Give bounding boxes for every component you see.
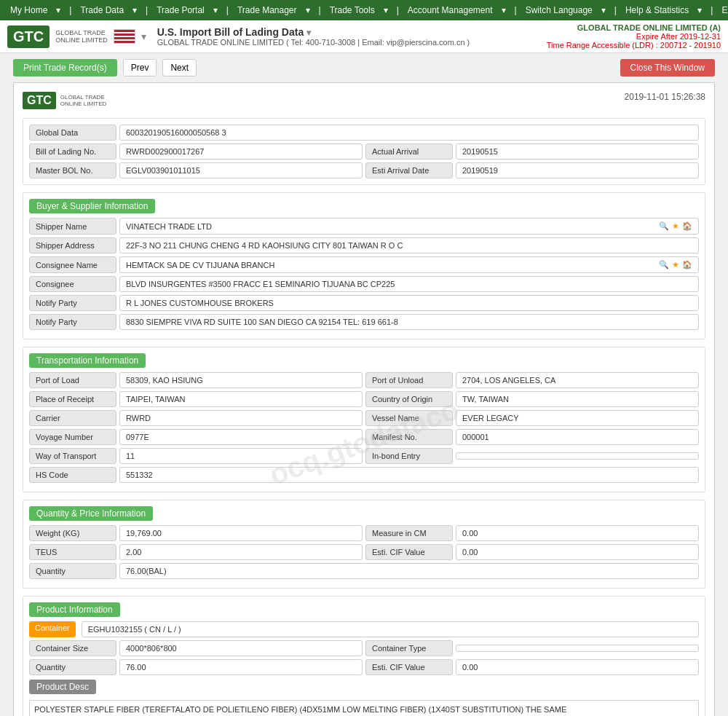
voyage-value: 0977E <box>119 429 363 445</box>
nav-arrow: ▾ <box>128 5 141 15</box>
way-transport-half: Way of Transport 11 <box>29 448 363 464</box>
shipper-home-icon[interactable]: 🏠 <box>682 221 692 231</box>
nav-arrow: ▾ <box>497 5 510 15</box>
doc-logo: GTC GLOBAL TRADEONLINE LIMITED <box>23 92 106 109</box>
shipper-address-value: 22F-3 NO 211 CHUNG CHENG 4 RD KAOHSIUNG … <box>119 237 699 253</box>
carrier-label: Carrier <box>29 410 116 426</box>
logo-subtitle: GLOBAL TRADEONLINE LIMITED <box>55 29 108 44</box>
nav-trade-tools[interactable]: Trade Tools <box>325 5 379 15</box>
notify-party2-row: Notify Party 8830 SIEMPRE VIVA RD SUITE … <box>29 314 699 330</box>
consignee-magnify-icon[interactable]: 🔍 <box>659 260 669 270</box>
prod-qty-half: Quantity 76.00 <box>29 659 363 675</box>
product-desc-label: Product Desc <box>29 680 96 694</box>
container-size-type-row: Container Size 4000*806*800 Container Ty… <box>29 640 699 656</box>
way-transport-value: 11 <box>119 448 363 464</box>
shipper-icons: 🔍 ★ 🏠 <box>659 221 692 231</box>
nav-arrow: ▾ <box>209 5 222 15</box>
country-origin-label: Country of Origin <box>365 391 453 407</box>
manifest-half: Manifest No. 000001 <box>365 429 699 445</box>
doc-logo-sub: GLOBAL TRADEONLINE LIMITED <box>60 94 107 107</box>
container-row: Container EGHU1032155 ( CN / L / ) <box>29 621 699 637</box>
page-title: U.S. Import Bill of Lading Data ▾ <box>157 26 547 38</box>
nav-arrow: ▾ <box>379 5 392 15</box>
shipper-address-row: Shipper Address 22F-3 NO 211 CHUNG CHENG… <box>29 237 699 253</box>
container-type-value <box>456 645 699 652</box>
nav-separator: | <box>610 5 621 15</box>
bol-value: RWRD002900017267 <box>119 143 363 160</box>
nav-switch-lang[interactable]: Switch Language <box>521 5 597 15</box>
carrier-vessel-row: Carrier RWRD Vessel Name EVER LEGACY <box>29 410 699 426</box>
shipper-name-row: Shipper Name VINATECH TRADE LTD 🔍 ★ 🏠 <box>29 218 699 235</box>
nav-account[interactable]: Account Management <box>403 5 497 15</box>
nav-trade-data[interactable]: Trade Data <box>76 5 128 15</box>
esti-arrival-half: Esti Arrival Date 20190519 <box>365 162 699 178</box>
actual-arrival-label: Actual Arrival <box>365 143 453 160</box>
shipper-star-icon[interactable]: ★ <box>672 221 679 231</box>
nav-help[interactable]: Help & Statistics <box>621 5 693 15</box>
consignee-icons: 🔍 ★ 🏠 <box>659 260 692 270</box>
vessel-half: Vessel Name EVER LEGACY <box>365 410 699 426</box>
bol-label: Bill of Lading No. <box>29 143 116 160</box>
container-type-label: Container Type <box>365 640 453 656</box>
manifest-label: Manifest No. <box>365 429 453 445</box>
place-receipt-label: Place of Receipt <box>29 391 116 407</box>
nav-trade-portal[interactable]: Trade Portal <box>152 5 209 15</box>
consignee-home-icon[interactable]: 🏠 <box>682 260 692 270</box>
teus-half: TEUS 2.00 <box>29 544 363 560</box>
notify-party1-value: R L JONES CUSTOMHOUSE BROKERS <box>119 295 699 311</box>
esti-cif-half: Esti. CIF Value 0.00 <box>365 544 699 560</box>
consignee-name-row: Consignee Name HEMTACK SA DE CV TIJUANA … <box>29 256 699 273</box>
weight-label: Weight (KG) <box>29 525 116 541</box>
nav-separator: | <box>392 5 403 15</box>
nav-arrow: ▾ <box>597 5 610 15</box>
flag-dropdown[interactable]: ▾ <box>141 31 146 42</box>
quantity-price-section: Quantity & Price Information Weight (KG)… <box>23 500 705 589</box>
buyer-supplier-section: Buyer & Supplier Information Shipper Nam… <box>23 192 705 339</box>
measure-half: Measure in CM 0.00 <box>365 525 699 541</box>
nav-separator: | <box>706 5 717 15</box>
port-load-label: Port of Load <box>29 372 116 388</box>
hs-code-row: HS Code 551332 <box>29 467 699 483</box>
shipper-magnify-icon[interactable]: 🔍 <box>659 221 669 231</box>
next-top-button[interactable]: Next <box>162 59 197 76</box>
way-transport-label: Way of Transport <box>29 448 116 464</box>
container-size-label: Container Size <box>29 640 116 656</box>
doc-logo-box: GTC <box>23 92 56 109</box>
nav-arrow: ▾ <box>52 5 65 15</box>
teus-value: 2.00 <box>119 544 363 560</box>
shipper-name-label: Shipper Name <box>29 218 116 235</box>
header-company: GLOBAL TRADE ONLINE LIMITED (A) <box>547 23 721 32</box>
header-middle: U.S. Import Bill of Lading Data ▾ GLOBAL… <box>146 26 547 47</box>
title-dropdown-icon[interactable]: ▾ <box>306 28 311 38</box>
master-bol-half: Master BOL No. EGLV003901011015 <box>29 162 363 178</box>
teus-cif-row: TEUS 2.00 Esti. CIF Value 0.00 <box>29 544 699 560</box>
port-unload-label: Port of Unload <box>365 372 453 388</box>
close-top-button[interactable]: Close This Window <box>620 59 715 76</box>
consignee-star-icon[interactable]: ★ <box>672 260 679 270</box>
logo-gtc: GTC <box>13 28 44 45</box>
country-origin-value: TW, TAIWAN <box>456 391 699 407</box>
shipper-address-label: Shipper Address <box>29 237 116 253</box>
consignee-value: BLVD INSURGENTES #3500 FRACC E1 SEMINARI… <box>119 276 699 292</box>
consignee-name-value: HEMTACK SA DE CV TIJUANA BRANCH 🔍 ★ 🏠 <box>119 256 699 273</box>
carrier-value: RWRD <box>119 410 363 426</box>
notify-party1-row: Notify Party R L JONES CUSTOMHOUSE BROKE… <box>29 295 699 311</box>
bol-row: Bill of Lading No. RWRD002900017267 Actu… <box>29 143 699 160</box>
header-right: GLOBAL TRADE ONLINE LIMITED (A) Expire A… <box>547 23 721 50</box>
master-bol-row: Master BOL No. EGLV003901011015 Esti Arr… <box>29 162 699 178</box>
header-bar: GTC GLOBAL TRADEONLINE LIMITED ▾ U.S. Im… <box>0 20 728 53</box>
nav-separator: | <box>141 5 152 15</box>
place-receipt-value: TAIPEI, TAIWAN <box>119 391 363 407</box>
transportation-section: Transportation Information Port of Load … <box>23 347 705 492</box>
prod-qty-label: Quantity <box>29 659 116 675</box>
quantity-row: Quantity 76.00(BAL) <box>29 563 699 579</box>
notify-party2-label: Notify Party <box>29 314 116 330</box>
nav-trade-manager[interactable]: Trade Manager <box>233 5 301 15</box>
way-inbond-row: Way of Transport 11 In-bond Entry <box>29 448 699 464</box>
prev-top-button[interactable]: Prev <box>123 59 157 76</box>
port-unload-value: 2704, LOS ANGELES, CA <box>456 372 699 388</box>
nav-exit[interactable]: Exit <box>717 5 728 15</box>
print-top-button[interactable]: Print Trade Record(s) <box>13 59 117 76</box>
top-nav: My Home ▾ | Trade Data ▾ | Trade Portal … <box>0 0 728 20</box>
nav-my-home[interactable]: My Home <box>6 5 52 15</box>
